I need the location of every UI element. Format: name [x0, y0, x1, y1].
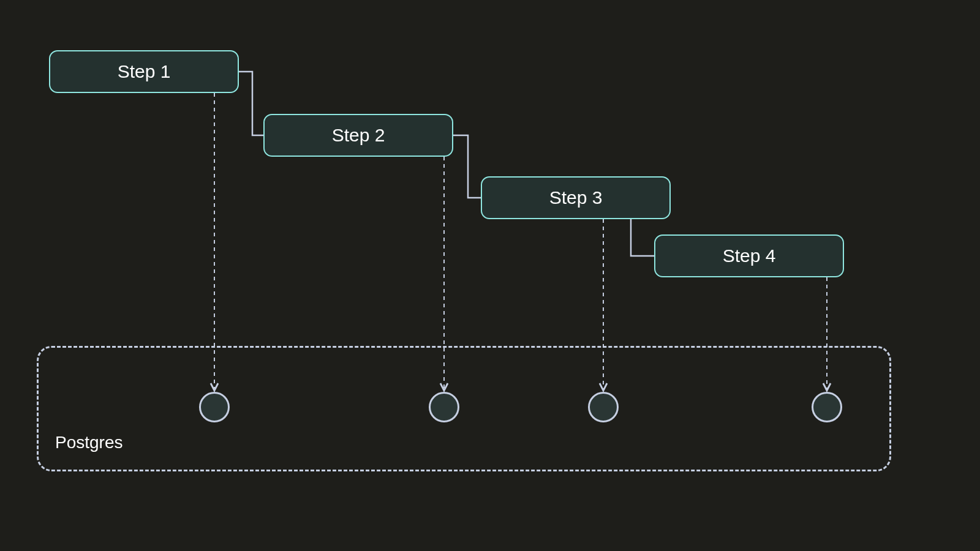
- db-node-4: [812, 392, 842, 422]
- connector-step2-step3: [453, 135, 481, 198]
- step-2-label: Step 2: [332, 125, 385, 146]
- step-1-box: Step 1: [49, 50, 239, 93]
- diagram-canvas: Postgres Step 1 Step 2 Step 3 Step 4: [0, 0, 980, 551]
- step-1-label: Step 1: [118, 61, 171, 82]
- db-node-2: [429, 392, 459, 422]
- step-2-box: Step 2: [263, 114, 453, 157]
- connector-step3-step4: [631, 219, 654, 256]
- db-node-1: [199, 392, 230, 422]
- step-3-box: Step 3: [481, 176, 671, 219]
- connector-step1-step2: [239, 72, 263, 135]
- database-container: [37, 346, 891, 471]
- step-4-label: Step 4: [723, 246, 776, 266]
- step-4-box: Step 4: [654, 234, 844, 277]
- step-3-label: Step 3: [549, 187, 603, 208]
- db-node-3: [588, 392, 619, 422]
- database-label: Postgres: [55, 433, 123, 452]
